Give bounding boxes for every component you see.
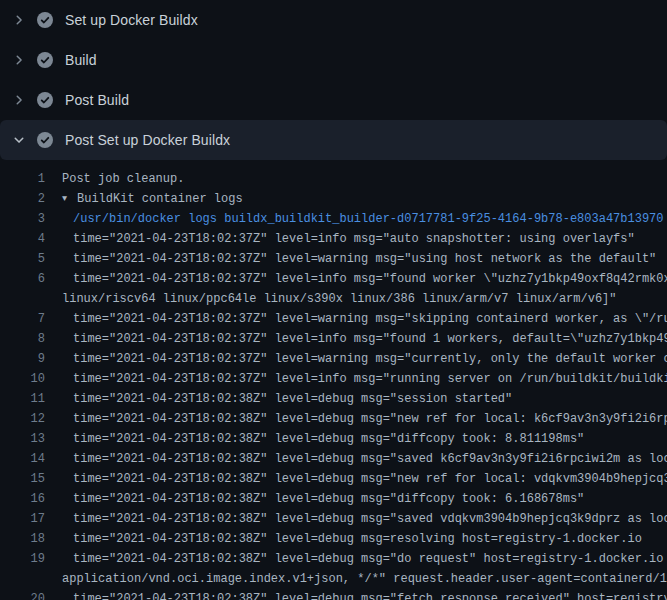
log-row: 17 time="2021-04-23T18:02:38Z" level=deb… — [0, 509, 667, 529]
log-row: 4 time="2021-04-23T18:02:37Z" level=info… — [0, 229, 667, 249]
log-row: 5 time="2021-04-23T18:02:37Z" level=warn… — [0, 249, 667, 269]
check-circle-icon — [37, 92, 53, 108]
collapse-triangle-icon[interactable]: ▼ — [62, 189, 77, 209]
line-number[interactable]: 11 — [0, 389, 45, 409]
log-row: 9 time="2021-04-23T18:02:37Z" level=warn… — [0, 349, 667, 369]
log-line-text: time="2021-04-23T18:02:38Z" level=debug … — [45, 589, 667, 600]
line-number[interactable] — [0, 289, 45, 309]
line-number[interactable]: 7 — [0, 309, 45, 329]
log-viewer: 1 Post job cleanup. 2 ▼BuildKit containe… — [0, 160, 667, 600]
log-row: 15 time="2021-04-23T18:02:38Z" level=deb… — [0, 469, 667, 489]
step-title: Post Set up Docker Buildx — [65, 132, 230, 148]
line-number[interactable]: 14 — [0, 449, 45, 469]
log-row: 3 /usr/bin/docker logs buildx_buildkit_b… — [0, 209, 667, 229]
log-row: 16 time="2021-04-23T18:02:38Z" level=deb… — [0, 489, 667, 509]
log-line-text: time="2021-04-23T18:02:38Z" level=debug … — [45, 389, 512, 409]
line-number[interactable]: 10 — [0, 369, 45, 389]
log-row: 11 time="2021-04-23T18:02:38Z" level=deb… — [0, 389, 667, 409]
log-line-text: time="2021-04-23T18:02:37Z" level=info m… — [45, 329, 667, 349]
line-number[interactable]: 5 — [0, 249, 45, 269]
log-line-text: time="2021-04-23T18:02:37Z" level=warnin… — [45, 349, 667, 369]
line-number[interactable]: 9 — [0, 349, 45, 369]
line-number[interactable]: 4 — [0, 229, 45, 249]
chevron-right-icon[interactable] — [12, 93, 26, 107]
log-line-text: time="2021-04-23T18:02:38Z" level=debug … — [45, 489, 584, 509]
check-circle-icon — [37, 132, 53, 148]
log-row: 1 Post job cleanup. — [0, 169, 667, 189]
log-row: 18 time="2021-04-23T18:02:38Z" level=deb… — [0, 529, 667, 549]
log-line-text: time="2021-04-23T18:02:38Z" level=debug … — [45, 509, 667, 529]
log-row: 8 time="2021-04-23T18:02:37Z" level=info… — [0, 329, 667, 349]
log-line-text: Post job cleanup. — [45, 169, 184, 189]
step-title: Set up Docker Buildx — [65, 12, 198, 28]
log-row: 20 time="2021-04-23T18:02:38Z" level=deb… — [0, 589, 667, 600]
log-line-text: ▼BuildKit container logs — [45, 189, 243, 209]
line-number[interactable]: 6 — [0, 269, 45, 289]
step-title: Post Build — [65, 92, 129, 108]
check-circle-icon — [37, 52, 53, 68]
chevron-right-icon[interactable] — [12, 13, 26, 27]
line-number[interactable]: 15 — [0, 469, 45, 489]
line-number[interactable]: 17 — [0, 509, 45, 529]
log-row: 19 time="2021-04-23T18:02:38Z" level=deb… — [0, 549, 667, 569]
log-row: 14 time="2021-04-23T18:02:38Z" level=deb… — [0, 449, 667, 469]
chevron-right-icon[interactable] — [12, 53, 26, 67]
log-row: 7 time="2021-04-23T18:02:37Z" level=warn… — [0, 309, 667, 329]
line-number[interactable]: 18 — [0, 529, 45, 549]
step-header-0[interactable]: Set up Docker Buildx — [0, 0, 667, 40]
step-header-1[interactable]: Build — [0, 40, 667, 80]
log-line-text: time="2021-04-23T18:02:37Z" level=info m… — [45, 269, 667, 289]
log-row: application/vnd.oci.image.index.v1+json,… — [0, 569, 667, 589]
log-row: linux/riscv64 linux/ppc64le linux/s390x … — [0, 289, 667, 309]
steps-list: Set up Docker Buildx Build Post Build Po… — [0, 0, 667, 160]
log-line-text: time="2021-04-23T18:02:37Z" level=warnin… — [45, 249, 656, 269]
line-number[interactable]: 20 — [0, 589, 45, 600]
step-header-3[interactable]: Post Set up Docker Buildx — [0, 120, 667, 160]
line-number[interactable]: 13 — [0, 429, 45, 449]
log-line-text: time="2021-04-23T18:02:38Z" level=debug … — [45, 469, 667, 489]
line-number[interactable]: 16 — [0, 489, 45, 509]
log-line-text: time="2021-04-23T18:02:38Z" level=debug … — [45, 449, 667, 469]
line-number[interactable]: 2 — [0, 189, 45, 209]
log-row: 13 time="2021-04-23T18:02:38Z" level=deb… — [0, 429, 667, 449]
line-number[interactable]: 1 — [0, 169, 45, 189]
chevron-down-icon[interactable] — [12, 133, 26, 147]
log-line-text: time="2021-04-23T18:02:37Z" level=info m… — [45, 229, 635, 249]
log-row: 6 time="2021-04-23T18:02:37Z" level=info… — [0, 269, 667, 289]
line-number[interactable]: 12 — [0, 409, 45, 429]
log-row: 12 time="2021-04-23T18:02:38Z" level=deb… — [0, 409, 667, 429]
log-line-text: linux/riscv64 linux/ppc64le linux/s390x … — [45, 289, 617, 309]
line-number[interactable]: 19 — [0, 549, 45, 569]
log-row: 2 ▼BuildKit container logs — [0, 189, 667, 209]
log-line-text: time="2021-04-23T18:02:38Z" level=debug … — [45, 549, 667, 569]
check-circle-icon — [37, 12, 53, 28]
line-number[interactable]: 8 — [0, 329, 45, 349]
log-line-text: /usr/bin/docker logs buildx_buildkit_bui… — [45, 209, 664, 229]
group-label: BuildKit container logs — [77, 192, 243, 206]
step-header-2[interactable]: Post Build — [0, 80, 667, 120]
log-line-text: application/vnd.oci.image.index.v1+json,… — [45, 569, 667, 589]
actions-log-panel: Set up Docker Buildx Build Post Build Po… — [0, 0, 667, 600]
step-title: Build — [65, 52, 97, 68]
line-number[interactable]: 3 — [0, 209, 45, 229]
log-line-text: time="2021-04-23T18:02:38Z" level=debug … — [45, 429, 584, 449]
log-line-text: time="2021-04-23T18:02:37Z" level=info m… — [45, 369, 667, 389]
log-line-text: time="2021-04-23T18:02:38Z" level=debug … — [45, 409, 667, 429]
line-number[interactable] — [0, 569, 45, 589]
log-row: 10 time="2021-04-23T18:02:37Z" level=inf… — [0, 369, 667, 389]
log-line-text: time="2021-04-23T18:02:38Z" level=debug … — [45, 529, 642, 549]
log-line-text: time="2021-04-23T18:02:37Z" level=warnin… — [45, 309, 667, 329]
